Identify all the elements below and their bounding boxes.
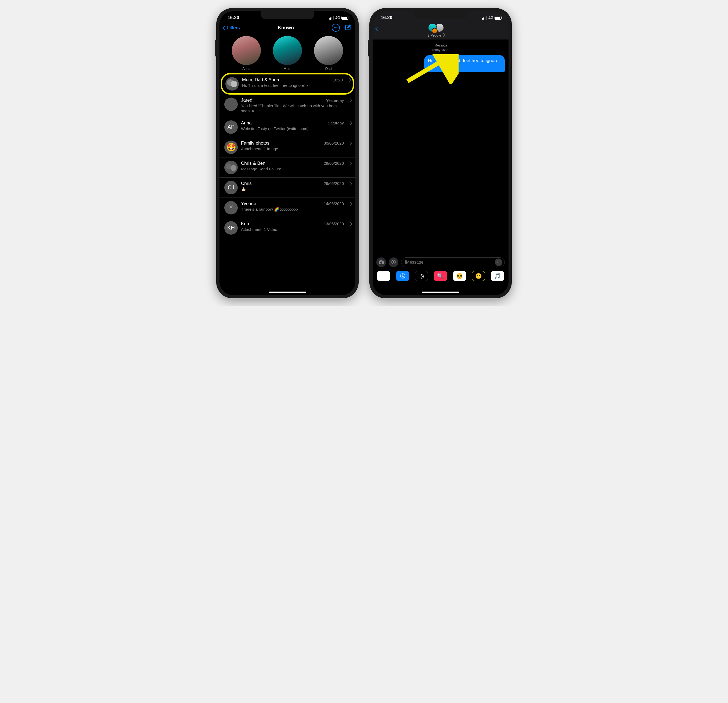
row-preview: There's a rainbow 🌈 xxxxxxxxx: [241, 207, 344, 212]
input-placeholder: iMessage: [405, 260, 423, 265]
avatar: [225, 77, 239, 91]
home-indicator[interactable]: [422, 292, 459, 293]
group-avatars: [428, 23, 444, 32]
row-name: Chris & Ben: [241, 161, 266, 166]
pinned-contact[interactable]: Mum: [273, 36, 302, 71]
row-name: Mum, Dad & Anna: [242, 77, 279, 82]
service-label: iMessage: [376, 43, 505, 48]
message-meta: iMessage Today 16:20: [376, 43, 505, 52]
sent-message-bubble[interactable]: Hi. This is a test, feel free to ignore!…: [424, 55, 505, 72]
app-appstore[interactable]: Ⓐ: [396, 271, 409, 281]
pinned-label: Mum: [284, 67, 292, 71]
conversation-header[interactable]: 3 People: [428, 23, 445, 38]
notch: [414, 11, 467, 19]
appstore-button[interactable]: Ⓐ: [389, 257, 399, 267]
conversation-row[interactable]: Jared Yesterday You liked "Thanks Tim. W…: [220, 94, 355, 117]
avatar: 🤩: [224, 140, 238, 154]
avatar: [224, 98, 238, 111]
back-button[interactable]: [376, 23, 379, 32]
row-time: 16:20: [332, 78, 343, 82]
row-preview: Website: Tasty on Twitter (twitter.com): [241, 126, 344, 132]
chevron-right-icon: [349, 181, 352, 187]
conversation-row[interactable]: Mum, Dad & Anna 16:20 Hi. This is a test…: [222, 74, 353, 93]
row-preview: 👍🏻: [241, 187, 344, 192]
timestamp: Today 16:20: [376, 48, 505, 52]
conversation-row[interactable]: Y Yvonne 14/06/2020 There's a rainbow 🌈 …: [220, 198, 355, 218]
conversation-row[interactable]: KH Ken 13/06/2020 Attachment: 1 Video: [220, 218, 355, 238]
battery-icon: [341, 16, 348, 20]
app-photos[interactable]: ❖: [377, 271, 390, 281]
page-title: Known: [278, 25, 294, 30]
conversation-list: Mum, Dad & Anna 16:20 Hi. This is a test…: [220, 74, 355, 238]
message-area: iMessage Today 16:20 Hi. This is a test,…: [373, 39, 508, 76]
row-name: Jared: [241, 98, 253, 103]
app-strip: ❖ Ⓐ ◎ 🔍 😎 🙂 🎵: [375, 269, 506, 281]
row-preview: Hi. This is a test, feel free to ignore!…: [242, 83, 343, 88]
app-memoji[interactable]: 😎: [453, 271, 467, 281]
app-activity[interactable]: ◎: [415, 271, 428, 281]
nav-bar: Filters Known •••: [220, 22, 355, 34]
app-search[interactable]: 🔍: [434, 271, 447, 281]
conversation-row[interactable]: 🤩 Family photos 30/06/2020 Attachment: 1…: [220, 137, 355, 158]
row-preview: You liked "Thanks Tim. We will catch up …: [241, 103, 344, 114]
row-time: 29/06/2020: [324, 161, 344, 166]
avatar: AP: [224, 120, 238, 134]
chevron-right-icon: [349, 161, 352, 166]
camera-icon: [378, 260, 384, 265]
pinned-label: Dad: [325, 67, 332, 71]
header-title: 3 People: [428, 33, 441, 38]
chevron-right-icon: [348, 77, 351, 83]
chevron-right-icon: [442, 33, 445, 38]
waveform-icon: ılıl: [497, 260, 500, 264]
nav-bar: 3 People: [373, 22, 508, 38]
compose-button[interactable]: [345, 24, 352, 30]
chevron-right-icon: [349, 98, 352, 103]
home-indicator[interactable]: [269, 292, 306, 293]
chevron-right-icon: [349, 201, 352, 207]
conversation-row[interactable]: Chris & Ben 29/06/2020 Message Send Fail…: [220, 158, 355, 178]
pinned-contact[interactable]: Dad: [314, 36, 343, 71]
row-time: 29/06/2020: [324, 181, 344, 186]
row-time: 30/06/2020: [324, 141, 344, 145]
conversation-row[interactable]: AP Anna Saturday Website: Tasty on Twitt…: [220, 117, 355, 137]
message-input[interactable]: iMessage ılıl: [401, 257, 505, 267]
pinned-row: Anna Mum Dad: [220, 34, 355, 73]
avatar: KH: [224, 221, 238, 234]
row-preview: Message Send Failure: [241, 166, 344, 172]
more-button[interactable]: •••: [332, 24, 340, 32]
row-time: Saturday: [328, 121, 344, 125]
status-time: 16:20: [228, 15, 239, 20]
app-animoji[interactable]: 🙂: [472, 271, 485, 281]
back-label: Filters: [227, 25, 240, 30]
row-time: 14/06/2020: [324, 201, 344, 206]
row-name: Ken: [241, 221, 249, 227]
signal-icon: [482, 16, 487, 20]
back-button[interactable]: Filters: [223, 25, 240, 30]
chevron-left-icon: [376, 23, 379, 32]
camera-button[interactable]: [376, 257, 386, 267]
row-preview: Attachment: 1 Video: [241, 227, 344, 232]
status-time: 16:20: [381, 15, 392, 20]
input-area: Ⓐ iMessage ılıl ❖ Ⓐ ◎ 🔍 😎 🙂 🎵: [373, 256, 508, 281]
audio-record-button[interactable]: ılıl: [495, 259, 502, 266]
app-music[interactable]: 🎵: [491, 271, 504, 281]
pinned-contact[interactable]: Anna: [232, 36, 261, 71]
row-name: Anna: [241, 120, 252, 126]
status-right: 4G: [329, 16, 348, 20]
row-time: 13/06/2020: [324, 221, 344, 226]
row-name: Family photos: [241, 140, 269, 146]
status-right: 4G: [482, 16, 501, 20]
phone-left: 16:20 4G Filters Known •••: [216, 8, 359, 298]
conversation-row[interactable]: CJ Chris 29/06/2020 👍🏻: [220, 178, 355, 198]
pinned-label: Anna: [242, 67, 250, 71]
avatar: [224, 161, 238, 174]
network-label: 4G: [488, 16, 494, 20]
battery-icon: [494, 16, 501, 20]
phone-right: 16:20 4G 3 People: [369, 8, 512, 298]
network-label: 4G: [335, 16, 340, 20]
chevron-right-icon: [349, 221, 352, 227]
avatar: [232, 36, 261, 65]
notch: [261, 11, 314, 19]
row-name: Yvonne: [241, 201, 256, 206]
avatar: [314, 36, 343, 65]
